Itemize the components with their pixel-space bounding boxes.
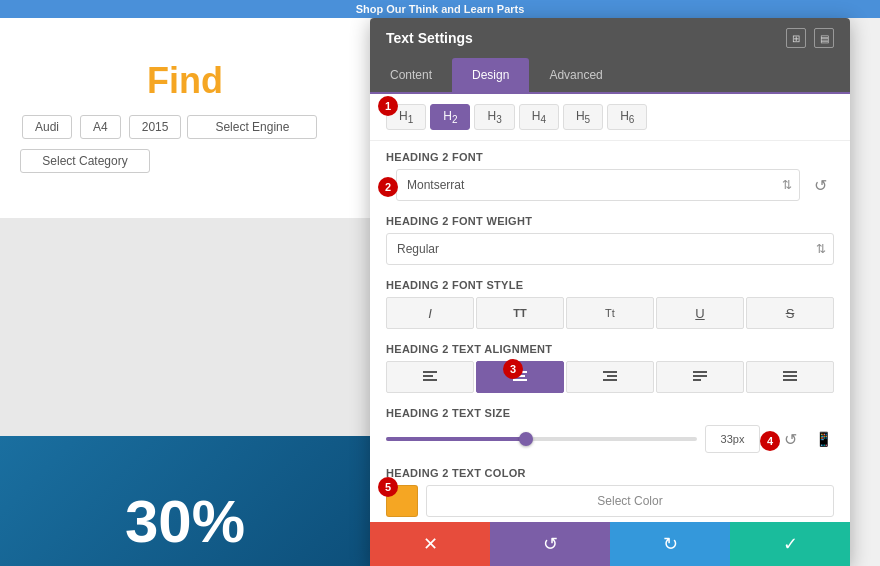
tab-content[interactable]: Content [370,58,452,92]
action-bar: ✕ ↺ ↻ ✓ [370,522,850,566]
text-size-responsive-icon[interactable]: 📱 [812,428,834,450]
panel-title: Text Settings [386,30,473,46]
font-weight-label: Heading 2 Font Weight [386,215,834,227]
svg-rect-2 [423,379,437,381]
badge-2: 2 [378,177,398,197]
svg-rect-7 [607,375,617,377]
text-size-slider[interactable] [386,437,697,441]
font-weight-setting: Heading 2 Font Weight Regular ⇅ [386,215,834,265]
svg-rect-1 [423,375,433,377]
font-reset-btn[interactable]: ↺ [806,171,834,199]
text-size-reset[interactable]: ↺ [776,425,804,453]
align-justify2-btn[interactable] [746,361,834,393]
undo-button[interactable]: ↺ [490,522,610,566]
text-size-label: Heading 2 Text Size [386,407,834,419]
svg-rect-5 [513,379,527,381]
panel-grid-icon[interactable]: ⊞ [786,28,806,48]
h4-btn[interactable]: H4 [519,104,559,130]
svg-rect-0 [423,371,437,373]
panel-tabs: Content Design Advanced [370,58,850,94]
font-weight-select[interactable]: Regular [386,233,834,265]
align-left-btn[interactable] [386,361,474,393]
heading-selector-row: 1 H1 H2 H3 H4 H5 H6 [370,94,850,141]
uppercase-btn[interactable]: TT [476,297,564,329]
engine-select[interactable]: Select Engine [187,115,317,139]
h2-btn[interactable]: H2 [430,104,470,130]
h3-btn[interactable]: H3 [474,104,514,130]
h5-btn[interactable]: H5 [563,104,603,130]
text-alignment-label: Heading 2 Text Alignment [386,343,834,355]
svg-rect-6 [603,371,617,373]
panel-header: Text Settings ⊞ ▤ [370,18,850,58]
text-alignment-setting: Heading 2 Text Alignment 3 [386,343,834,393]
model-filter[interactable]: A4 [80,115,121,139]
panel-header-icons: ⊞ ▤ [786,28,834,48]
find-text: Find [20,60,350,102]
font-select-wrapper: Montserrat ⇅ [396,169,800,201]
hero-section: Find Audi A4 2015 Select Engine Select C… [0,18,370,218]
cancel-button[interactable]: ✕ [370,522,490,566]
font-style-buttons: I TT Tt U S [386,297,834,329]
category-select[interactable]: Select Category [20,149,150,173]
font-style-setting: Heading 2 Font Style I TT Tt U S [386,279,834,329]
align-center-btn[interactable]: 3 [476,361,564,393]
bottom-banner: 30% [0,436,370,566]
tab-advanced[interactable]: Advanced [529,58,622,92]
font-weight-select-wrapper: Regular ⇅ [386,233,834,265]
text-size-input[interactable]: 33px [705,425,760,453]
top-bar: Shop Our Think and Learn Parts [0,0,880,18]
tab-design[interactable]: Design [452,58,529,92]
svg-rect-12 [783,371,797,373]
settings-panel: Text Settings ⊞ ▤ Content Design Advance… [370,18,850,566]
svg-rect-14 [783,379,797,381]
align-right-btn[interactable] [566,361,654,393]
svg-rect-8 [603,379,617,381]
color-input-row: 5 Select Color [386,485,834,517]
font-select[interactable]: Montserrat [396,169,800,201]
svg-rect-10 [693,375,707,377]
year-filter[interactable]: 2015 [129,115,182,139]
text-size-setting: Heading 2 Text Size 33px 4 ↺ 📱 [386,407,834,453]
text-color-setting: Heading 2 Text Color 5 Select Color [386,467,834,517]
make-filter[interactable]: Audi [22,115,72,139]
text-color-label: Heading 2 Text Color [386,467,834,479]
font-label: Heading 2 Font [386,151,834,163]
italic-btn[interactable]: I [386,297,474,329]
font-input-row: 2 Montserrat ⇅ ↺ [386,169,834,201]
panel-layout-icon[interactable]: ▤ [814,28,834,48]
left-content-area: Find Audi A4 2015 Select Engine Select C… [0,18,370,566]
underline-btn[interactable]: U [656,297,744,329]
alignment-buttons: 3 [386,361,834,393]
font-setting: Heading 2 Font 2 Montserrat ⇅ ↺ [386,151,834,201]
h6-btn[interactable]: H6 [607,104,647,130]
font-style-label: Heading 2 Font Style [386,279,834,291]
text-size-slider-row: 33px 4 ↺ 📱 [386,425,834,453]
badge-1: 1 [378,96,398,116]
font-weight-input-row: Regular ⇅ [386,233,834,265]
capitalize-btn[interactable]: Tt [566,297,654,329]
svg-rect-11 [693,379,701,381]
save-button[interactable]: ✓ [730,522,850,566]
svg-rect-13 [783,375,797,377]
svg-rect-9 [693,371,707,373]
strikethrough-btn[interactable]: S [746,297,834,329]
redo-button[interactable]: ↻ [610,522,730,566]
panel-content: Heading 2 Font 2 Montserrat ⇅ ↺ Heading … [370,141,850,522]
color-select-label[interactable]: Select Color [426,485,834,517]
align-justify-btn[interactable] [656,361,744,393]
percent-text: 30% [125,487,245,566]
